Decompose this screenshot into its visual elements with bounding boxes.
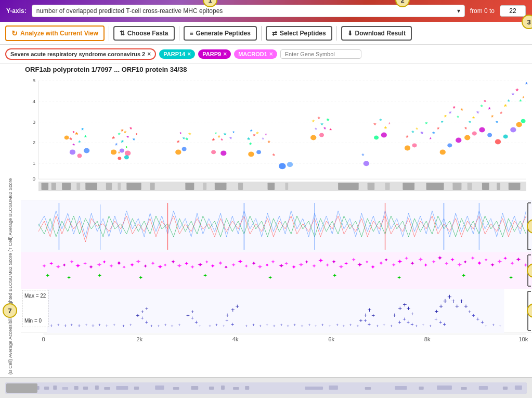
svg-text:✦: ✦ xyxy=(75,262,81,269)
svg-text:+: + xyxy=(171,324,174,329)
svg-point-45 xyxy=(77,153,82,158)
svg-text:✦: ✦ xyxy=(67,275,72,280)
svg-rect-37 xyxy=(497,183,500,190)
svg-rect-27 xyxy=(268,183,275,190)
svg-text:✦: ✦ xyxy=(69,259,75,265)
download-result-button[interactable]: ⬇ Download Result xyxy=(341,26,412,41)
svg-text:*: * xyxy=(133,137,135,144)
svg-text:*: * xyxy=(185,136,188,144)
svg-point-90 xyxy=(256,150,261,154)
y-axis-label: (B Cell) Average Accessibility-Weighted … xyxy=(0,63,21,377)
tag-macrod1: MACROD1 × xyxy=(234,49,277,59)
svg-text:✦: ✦ xyxy=(184,261,189,266)
svg-point-73 xyxy=(182,147,187,151)
svg-rect-383 xyxy=(395,386,407,390)
svg-text:✦: ✦ xyxy=(268,275,273,280)
svg-text:3: 3 xyxy=(33,119,36,124)
svg-text:4: 4 xyxy=(33,98,36,104)
svg-text:+: + xyxy=(92,323,95,329)
choose-fasta-button[interactable]: ⇅ Choose Fasta xyxy=(113,26,175,41)
svg-text:*: * xyxy=(416,126,418,132)
svg-text:*: * xyxy=(500,110,503,118)
svg-point-80 xyxy=(211,150,216,154)
analyze-button[interactable]: ↻ Analyze with Current View xyxy=(5,25,105,41)
svg-text:✦: ✦ xyxy=(122,264,127,270)
svg-text:1: 1 xyxy=(33,161,36,166)
svg-text:✦: ✦ xyxy=(96,261,102,268)
dropdown-arrow-icon: ▾ xyxy=(457,7,460,15)
svg-text:✦: ✦ xyxy=(62,262,67,268)
svg-text:✦: ✦ xyxy=(83,261,88,266)
svg-text:✦: ✦ xyxy=(391,262,397,268)
svg-text:*: * xyxy=(469,119,471,125)
svg-text:+: + xyxy=(368,322,371,327)
parp9-tag-remove[interactable]: × xyxy=(223,50,227,58)
svg-text:*: * xyxy=(425,120,427,127)
svg-text:+: + xyxy=(315,324,318,329)
svg-text:✦: ✦ xyxy=(143,263,148,269)
svg-text:+: + xyxy=(455,303,459,310)
tag-parp14: PARP14 × xyxy=(159,49,195,59)
macrod1-tag-remove[interactable]: × xyxy=(269,50,273,58)
svg-text:✦: ✦ xyxy=(357,261,363,268)
svg-rect-35 xyxy=(468,183,472,190)
svg-rect-365 xyxy=(53,386,57,390)
svg-text:✦: ✦ xyxy=(284,261,289,266)
svg-point-154 xyxy=(503,135,508,139)
svg-text:*: * xyxy=(179,131,182,137)
svg-rect-18 xyxy=(85,183,97,190)
range-input[interactable] xyxy=(500,5,526,17)
svg-rect-376 xyxy=(209,387,214,390)
svg-text:✦: ✦ xyxy=(138,275,144,280)
scrollbar-track[interactable] xyxy=(5,382,527,394)
scrollbar-handle[interactable] xyxy=(6,383,37,393)
svg-rect-20 xyxy=(118,183,121,190)
svg-text:+: + xyxy=(223,324,226,329)
select-peptides-button[interactable]: ⇄ Select Peptides xyxy=(266,26,332,41)
svg-text:✦: ✦ xyxy=(304,259,309,265)
svg-point-111 xyxy=(374,136,379,140)
svg-text:+: + xyxy=(468,309,472,315)
svg-text:✦: ✦ xyxy=(176,262,183,269)
svg-text:*: * xyxy=(312,118,315,126)
gene-symbol-input[interactable] xyxy=(280,49,361,59)
svg-text:✦: ✦ xyxy=(270,259,276,265)
svg-text:+: + xyxy=(460,297,464,304)
svg-text:+: + xyxy=(376,324,379,329)
generate-peptides-button[interactable]: ≡ Generate Peptides xyxy=(184,26,257,41)
svg-text:+: + xyxy=(287,324,290,329)
svg-text:✦: ✦ xyxy=(490,262,496,268)
svg-rect-30 xyxy=(368,183,375,190)
from-label: from 0 to xyxy=(470,7,495,15)
svg-text:+: + xyxy=(407,319,410,325)
svg-text:✦: ✦ xyxy=(331,259,337,265)
svg-text:*: * xyxy=(484,98,486,105)
svg-text:+: + xyxy=(321,323,325,328)
header-bar: Y-axis: number of overlapped predicted T… xyxy=(0,0,532,22)
virus-tag-remove[interactable]: × xyxy=(147,50,151,58)
svg-text:*: * xyxy=(126,135,129,141)
svg-text:*: * xyxy=(460,107,463,114)
svg-rect-387 xyxy=(479,386,488,390)
svg-text:*: * xyxy=(75,131,78,139)
svg-rect-364 xyxy=(44,387,49,390)
parp14-tag-remove[interactable]: × xyxy=(187,50,191,58)
svg-text:+: + xyxy=(368,306,372,314)
svg-text:*: * xyxy=(361,152,364,160)
yaxis-label: Y-axis: xyxy=(6,7,27,15)
svg-rect-370 xyxy=(104,387,110,390)
svg-text:✦: ✦ xyxy=(190,264,196,270)
svg-text:✦: ✦ xyxy=(171,259,176,265)
svg-text:*: * xyxy=(229,136,232,143)
svg-text:+: + xyxy=(301,324,304,329)
svg-point-118 xyxy=(405,145,410,150)
svg-rect-38 xyxy=(509,183,521,190)
svg-text:✦: ✦ xyxy=(257,263,263,271)
yaxis-value: number of overlapped predicted T-cell cr… xyxy=(36,7,223,15)
svg-text:+: + xyxy=(186,312,190,318)
svg-text:+: + xyxy=(245,324,248,329)
svg-text:✦: ✦ xyxy=(204,259,210,265)
svg-text:*: * xyxy=(176,139,179,147)
svg-rect-371 xyxy=(116,386,128,390)
svg-text:✦: ✦ xyxy=(88,264,94,270)
